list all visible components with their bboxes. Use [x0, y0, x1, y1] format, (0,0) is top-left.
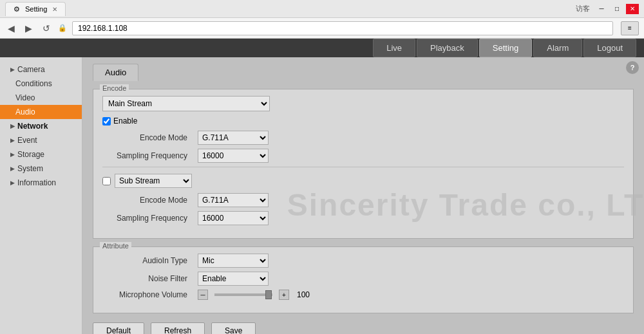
sub-stream-enable-checkbox[interactable]: [102, 177, 111, 185]
app: Live Playback Setting Alarm Logout ▶ Cam…: [0, 39, 644, 334]
sidebar-information-label: Information: [17, 178, 56, 187]
tab-logout[interactable]: Logout: [583, 39, 636, 57]
tab-favicon: ⚙: [14, 5, 20, 14]
encode-mode-select[interactable]: G.711A G.711U G.726 AAC: [198, 131, 269, 145]
storage-chevron-icon: ▶: [10, 151, 15, 158]
sampling-freq-label: Sampling Frequency: [102, 151, 193, 160]
encode-legend: Encode: [100, 84, 129, 92]
audioin-type-select[interactable]: Mic LineIn: [198, 254, 269, 268]
enable-label: Enable: [113, 116, 137, 125]
refresh-button[interactable]: Refresh: [151, 322, 205, 334]
event-chevron-icon: ▶: [10, 137, 15, 144]
sidebar-section-system[interactable]: ▶ System: [0, 162, 82, 176]
access-button[interactable]: 访客: [576, 4, 590, 14]
encode-mode-label: Encode Mode: [102, 133, 193, 142]
chevron-icon: ▶: [10, 66, 15, 73]
sub-encode-mode-select[interactable]: G.711A G.711U G.726: [198, 193, 269, 207]
address-bar: ◀ ▶ ↺ 🔒 ≡: [0, 18, 644, 39]
sidebar-item-audio[interactable]: Audio: [0, 105, 82, 119]
sampling-freq-select[interactable]: 8000 16000 32000 44100: [198, 149, 269, 163]
sampling-freq-row: Sampling Frequency 8000 16000 32000 4410…: [102, 149, 624, 163]
close-button[interactable]: ✕: [626, 4, 639, 14]
volume-value: 100: [297, 290, 310, 299]
microphone-volume-label: Microphone Volume: [102, 290, 193, 299]
sidebar-item-conditions[interactable]: Conditions: [0, 77, 82, 91]
noise-filter-row: Noise Filter Enable Disable: [102, 272, 624, 286]
main-stream-row: Main Stream: [102, 96, 624, 111]
enable-row: Enable: [102, 116, 624, 125]
minimize-button[interactable]: ─: [595, 4, 608, 14]
noise-filter-label: Noise Filter: [102, 274, 193, 283]
maximize-button[interactable]: □: [611, 4, 623, 14]
sidebar: ▶ Camera Conditions Video Audio ▶ Networ…: [0, 57, 82, 334]
audioin-type-label: AudioIn Type: [102, 256, 193, 265]
content-tab-audio[interactable]: Audio: [93, 64, 138, 81]
system-chevron-icon: ▶: [10, 165, 15, 172]
attribute-legend: Attribute: [100, 242, 131, 250]
sidebar-item-video[interactable]: Video: [0, 91, 82, 105]
top-nav: Live Playback Setting Alarm Logout: [0, 39, 644, 57]
tab-live[interactable]: Live: [373, 39, 415, 57]
tab-title: Setting: [25, 5, 47, 13]
audioin-type-row: AudioIn Type Mic LineIn: [102, 254, 624, 268]
tab-playback[interactable]: Playback: [417, 39, 478, 57]
noise-filter-select[interactable]: Enable Disable: [198, 272, 269, 286]
content-tabs: Audio: [93, 64, 634, 81]
tab-close-icon[interactable]: ✕: [52, 6, 57, 13]
sub-sampling-freq-row: Sampling Frequency 8000 16000 32000: [102, 211, 624, 225]
sub-stream-section: Sub Stream Encode Mode G.711A G.711U G.7…: [102, 167, 624, 225]
sidebar-section-camera[interactable]: ▶ Camera: [0, 62, 82, 77]
sidebar-section-network[interactable]: ▶ Network: [0, 119, 82, 133]
sidebar-network-label: Network: [17, 122, 48, 131]
browser-right-buttons: ≡: [621, 21, 639, 35]
forward-button[interactable]: ▶: [23, 22, 35, 35]
sub-stream-select[interactable]: Sub Stream: [115, 174, 192, 188]
tab-alarm[interactable]: Alarm: [533, 39, 582, 57]
attribute-box: Attribute AudioIn Type Mic LineIn Noise …: [93, 246, 634, 313]
sub-sampling-freq-select[interactable]: 8000 16000 32000: [198, 211, 269, 225]
encode-mode-row: Encode Mode G.711A G.711U G.726 AAC: [102, 131, 624, 145]
volume-increase-button[interactable]: +: [279, 290, 289, 300]
refresh-button[interactable]: ↺: [40, 22, 53, 35]
sidebar-system-label: System: [17, 164, 43, 173]
volume-slider-thumb[interactable]: [265, 290, 272, 299]
network-chevron-icon: ▶: [10, 123, 15, 129]
window-controls: 访客 ─ □ ✕: [576, 4, 639, 14]
sidebar-camera-label: Camera: [17, 65, 45, 74]
main-content: ▶ Camera Conditions Video Audio ▶ Networ…: [0, 57, 644, 334]
help-icon[interactable]: ?: [626, 61, 639, 74]
sidebar-section-information[interactable]: ▶ Information: [0, 176, 82, 190]
browser-titlebar: ⚙ Setting ✕ 访客 ─ □ ✕: [0, 0, 644, 18]
bottom-buttons: Default Refresh Save: [93, 322, 634, 334]
address-input[interactable]: [72, 21, 613, 35]
settings-icon[interactable]: ≡: [621, 21, 639, 35]
sub-encode-mode-label: Encode Mode: [102, 196, 193, 205]
sidebar-storage-label: Storage: [17, 150, 44, 159]
tab-setting[interactable]: Setting: [479, 39, 532, 57]
lock-icon: 🔒: [58, 24, 67, 32]
sub-stream-header: Sub Stream: [102, 174, 624, 188]
content-area: Sincerity Trade co., LTD Audio ? Encode …: [82, 57, 644, 334]
back-button[interactable]: ◀: [5, 22, 17, 35]
save-button[interactable]: Save: [211, 322, 256, 334]
volume-decrease-button[interactable]: ─: [198, 290, 208, 300]
sidebar-event-label: Event: [17, 136, 37, 145]
enable-checkbox[interactable]: [102, 117, 111, 125]
microphone-volume-row: Microphone Volume ─ + 100: [102, 290, 624, 300]
default-button[interactable]: Default: [93, 322, 144, 334]
sidebar-section-event[interactable]: ▶ Event: [0, 133, 82, 147]
information-chevron-icon: ▶: [10, 180, 15, 186]
volume-slider-track[interactable]: [214, 293, 272, 296]
sidebar-section-storage[interactable]: ▶ Storage: [0, 147, 82, 162]
main-stream-select[interactable]: Main Stream: [102, 96, 270, 111]
browser-tab[interactable]: ⚙ Setting ✕: [5, 2, 66, 16]
encode-box: Encode Main Stream Enable Encode Mode: [93, 89, 634, 239]
sub-sampling-freq-label: Sampling Frequency: [102, 214, 193, 223]
sub-encode-mode-row: Encode Mode G.711A G.711U G.726: [102, 193, 624, 207]
